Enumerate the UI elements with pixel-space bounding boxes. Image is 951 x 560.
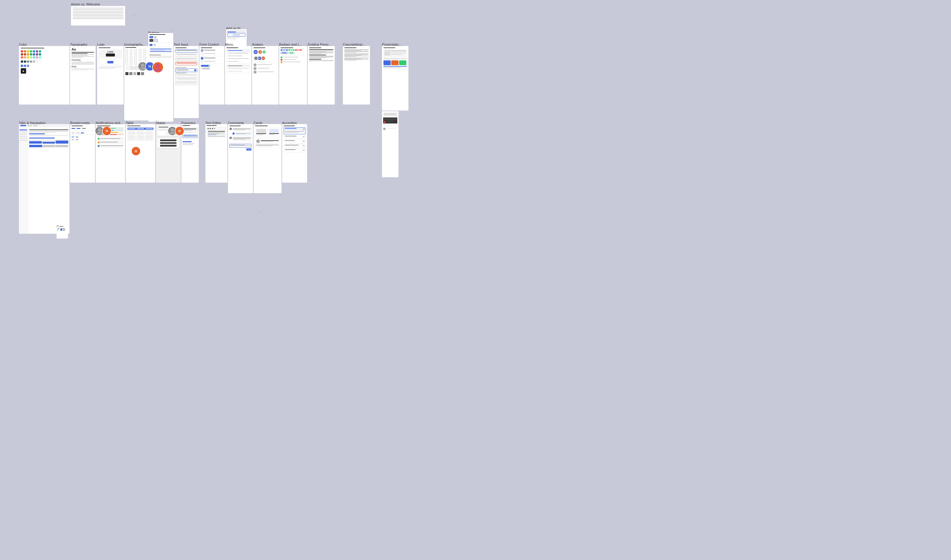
breadcrumbs-frame[interactable]: / / › › › [70, 124, 95, 183]
avatar-orange-4: H [131, 146, 141, 156]
text-input-frame[interactable] [174, 46, 199, 118]
tabs-nav-frame[interactable] [19, 124, 69, 234]
avatar-orange-1 [152, 62, 164, 73]
avatar-group-3: H [168, 126, 184, 136]
cursors-frame[interactable] [57, 227, 68, 238]
avatars-frame[interactable]: JD AB CD H H [252, 46, 278, 105]
presentation-tall-frame[interactable] [382, 111, 398, 177]
svg-point-2 [98, 128, 101, 132]
buttons-dots[interactable]: ··· [170, 29, 174, 32]
avatar-orange-3: H [175, 126, 184, 136]
dot-indicator: · [258, 213, 258, 216]
design-canvas: Axiom vs. Welcome ··· Add on th... Optim… [0, 0, 951, 560]
logo-frame[interactable]: LOGO [97, 46, 124, 105]
avatar-orange-2: H [102, 126, 111, 136]
typography-frame[interactable]: Aa Heading Body [70, 46, 96, 105]
axiom-dots[interactable]: ··· [132, 13, 137, 17]
avatar-group-2: H [95, 126, 111, 136]
accordion-frame[interactable] [282, 124, 307, 183]
buttons-frame[interactable]: btn btn btn btn ◯ ◯ [148, 33, 173, 122]
svg-point-3 [171, 128, 174, 132]
guiding-frame[interactable] [308, 46, 335, 105]
comments-frame[interactable]: Send [228, 124, 253, 193]
svg-point-0 [141, 63, 144, 67]
avatar-group-1: H [138, 62, 164, 73]
axiom-label: Axiom vs. Welcome [71, 2, 100, 6]
menu-frame[interactable] [225, 46, 252, 105]
text-editor-frame[interactable] [205, 124, 227, 183]
iconography-frame[interactable] [124, 46, 148, 120]
axiom-frame[interactable] [71, 6, 125, 26]
svg-point-1 [156, 64, 160, 68]
avatar-group-4: H [131, 146, 141, 156]
cards-frame[interactable] [253, 124, 281, 193]
badges-frame[interactable] [279, 46, 307, 105]
form-control-frame[interactable]: ✓ [199, 46, 224, 105]
color-frame[interactable]: ■ [19, 46, 69, 105]
presentation-frame[interactable] [382, 46, 408, 111]
copyrighting-frame[interactable] [343, 46, 370, 105]
